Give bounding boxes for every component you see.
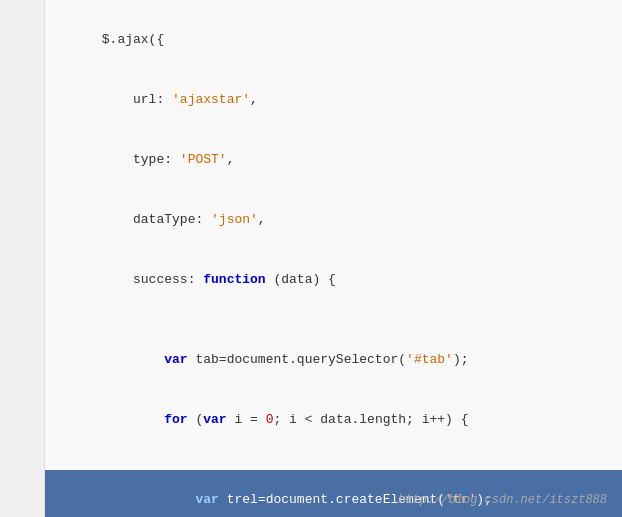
code-area[interactable]: $.ajax({ url: 'ajaxstar', type: 'POST', … [45,0,622,517]
code-token: var [164,352,187,367]
code-token: 'ajaxstar' [172,92,250,107]
code-token: dataType: [102,212,211,227]
code-token: 'POST' [180,152,227,167]
code-line: url: 'ajaxstar', [45,70,622,130]
code-token: , [258,212,266,227]
code-token: var [203,412,226,427]
code-token: , [227,152,235,167]
line-numbers [0,0,45,517]
code-line: $.ajax({ [45,10,622,70]
code-token: ); [453,352,469,367]
code-token: function [203,272,265,287]
code-token: 'json' [211,212,258,227]
code-token: ( [188,412,204,427]
code-token: url: [102,92,172,107]
code-token [102,492,196,507]
code-token: for [164,412,187,427]
code-token: var [195,492,218,507]
code-line: for (var i = 0; i < data.length; i++) { [45,390,622,450]
code-line [45,450,622,470]
code-token: '#tab' [406,352,453,367]
code-line [45,310,622,330]
code-line: type: 'POST', [45,130,622,190]
code-token [102,352,164,367]
code-line: dataType: 'json', [45,190,622,250]
code-token: success: [102,272,203,287]
code-line: var tab=document.querySelector('#tab'); [45,330,622,390]
code-line: success: function (data) { [45,250,622,310]
code-token: (data) { [266,272,336,287]
code-token [102,412,164,427]
watermark-url: http://blog.csdn.net/itszt888 [398,493,607,507]
code-token: ; i < data.length; i++) { [273,412,468,427]
code-token: , [250,92,258,107]
code-token: $.ajax({ [102,32,164,47]
code-token: tab=document.querySelector( [188,352,406,367]
code-token: i = [227,412,266,427]
code-token: type: [102,152,180,167]
code-editor: $.ajax({ url: 'ajaxstar', type: 'POST', … [0,0,622,517]
